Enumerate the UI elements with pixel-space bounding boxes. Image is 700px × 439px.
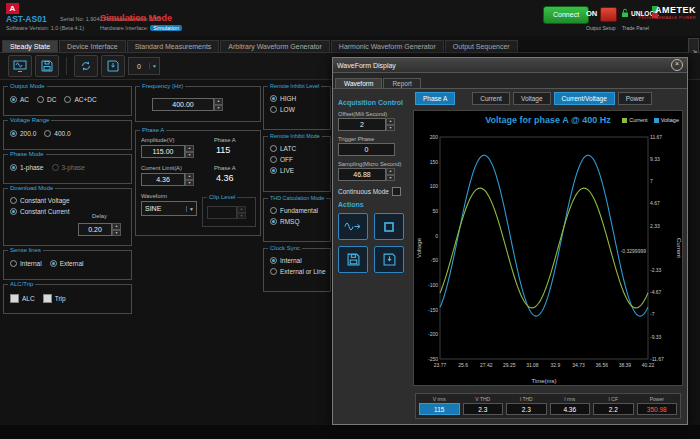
radio-3-phase[interactable]: 3-phase: [52, 164, 86, 171]
trigger-phase-value: 0: [338, 143, 395, 156]
radio-label: Internal: [280, 257, 302, 264]
monitor-waveform-icon: [13, 60, 27, 73]
output-on-label: ON: [586, 9, 597, 18]
radio-ac[interactable]: AC: [10, 96, 29, 103]
sampling-value: 46.88: [338, 168, 386, 181]
view-button-power[interactable]: Power: [618, 92, 652, 105]
radio-external-or-line[interactable]: External or Line: [270, 268, 326, 275]
trigger-phase-input[interactable]: 0: [338, 143, 412, 156]
toolbar-dropdown[interactable]: 0 ▼: [128, 57, 160, 75]
spinner-buttons[interactable]: ▲▼: [185, 173, 194, 186]
connect-button[interactable]: Connect: [543, 6, 589, 24]
measure-label: I THD: [506, 396, 547, 403]
group-title: Phase Mode: [8, 150, 46, 159]
view-button-phase-a[interactable]: Phase A: [415, 92, 455, 105]
group-title: Phase A: [140, 126, 166, 135]
radio-live[interactable]: LIVE: [270, 167, 296, 174]
radio-internal[interactable]: Internal: [10, 260, 42, 267]
radio-200-0[interactable]: 200.0: [10, 130, 36, 137]
sync-button[interactable]: [74, 55, 98, 77]
spinner-buttons[interactable]: ▲▼: [386, 118, 395, 131]
checkbox-trip[interactable]: Trip: [43, 294, 66, 303]
save-setup-button[interactable]: [35, 55, 59, 77]
svg-text:-2.33: -2.33: [650, 267, 662, 273]
tab-steady-state[interactable]: Steady State: [2, 40, 58, 52]
radio-low[interactable]: LOW: [270, 106, 296, 113]
radio-external[interactable]: External: [50, 260, 84, 267]
offset-input[interactable]: 2 ▲▼: [338, 118, 412, 131]
continuous-mode-label: Continuous Mode: [338, 188, 389, 195]
continuous-mode-toggle[interactable]: Continuous Mode: [338, 187, 412, 196]
save-waveform-button[interactable]: [338, 246, 368, 273]
radio-internal[interactable]: Internal: [270, 257, 326, 264]
svg-text:-250: -250: [428, 356, 438, 362]
radio-400-0[interactable]: 400.0: [44, 130, 70, 137]
continuous-mode-checkbox[interactable]: [392, 187, 401, 196]
spinner-buttons[interactable]: ▲▼: [214, 98, 223, 111]
spinner-buttons[interactable]: ▲▼: [185, 145, 194, 158]
view-button-current-voltage[interactable]: Current/Voltage: [554, 92, 615, 105]
radio-constant-voltage[interactable]: Constant Voltage: [10, 197, 70, 204]
current-limit-input[interactable]: 4.36 ▲▼: [141, 173, 194, 186]
chart-legend: CurrentVoltage: [622, 117, 679, 123]
output-on-button[interactable]: [600, 7, 617, 22]
radio-latc[interactable]: LATC: [270, 145, 296, 152]
radio-off[interactable]: OFF: [270, 156, 296, 163]
main-tab-bar: Steady StateDevice InterfaceStandard Mea…: [0, 36, 700, 53]
close-icon[interactable]: ×: [671, 59, 683, 71]
radio-label: External or Line: [280, 268, 326, 275]
window-tab-waveform[interactable]: Waveform: [335, 78, 382, 88]
measure-value: 2.3: [463, 403, 504, 415]
trigger-phase-label: Trigger Phase: [338, 136, 412, 142]
view-button-voltage[interactable]: Voltage: [513, 92, 551, 105]
actions-title: Actions: [338, 201, 412, 208]
acquire-waveform-button[interactable]: [338, 213, 368, 240]
tab-device-interface[interactable]: Device Interface: [59, 40, 126, 52]
hardware-interface-value: Simulation: [150, 25, 182, 31]
radio-label: HIGH: [280, 95, 296, 102]
amplitude-input[interactable]: 115.00 ▲▼: [141, 145, 194, 158]
save-disk-icon: [41, 60, 53, 72]
delay-value: 0.20: [78, 223, 112, 236]
checkbox-alc[interactable]: ALC: [10, 294, 35, 303]
tab-arbitrary-waveform-generator[interactable]: Arbitrary Waveform Generator: [220, 40, 330, 52]
radio-1-phase[interactable]: 1-phase: [10, 164, 44, 171]
delay-input[interactable]: 0.20 ▲▼: [78, 223, 121, 236]
tab-output-sequencer[interactable]: Output Sequencer: [445, 40, 518, 52]
group-clock-sync: Clock Sync InternalExternal or Line: [263, 248, 331, 292]
radio-high[interactable]: HIGH: [270, 95, 296, 102]
export-button[interactable]: [101, 55, 125, 77]
radio-ac-dc[interactable]: AC+DC: [64, 96, 96, 103]
waveform-monitor-button[interactable]: [8, 55, 32, 77]
radio-rmsq[interactable]: RMSQ: [270, 218, 318, 225]
radio-fundamental[interactable]: Fundamental: [270, 207, 318, 214]
measure-v-thd: V THD2.3: [463, 396, 504, 416]
svg-text:36.56: 36.56: [595, 362, 608, 368]
measure-value: 2.2: [593, 403, 634, 415]
stop-button[interactable]: [374, 213, 404, 240]
spinner-buttons[interactable]: ▲▼: [386, 168, 395, 181]
tab-harmonic-waveform-generator[interactable]: Harmonic Waveform Generator: [331, 40, 444, 52]
group-title: Download Mode: [8, 184, 55, 193]
amplitude-label: Amplitude(V): [141, 137, 175, 143]
tab-standard-measurements[interactable]: Standard Measurements: [127, 40, 220, 52]
spinner-buttons[interactable]: ▲▼: [112, 223, 121, 236]
svg-text:-7: -7: [650, 311, 655, 317]
waveform-select[interactable]: SINE ▼: [141, 201, 197, 216]
group-title: Voltage Range: [8, 116, 51, 125]
radio-dc[interactable]: DC: [37, 96, 56, 103]
sampling-input[interactable]: 46.88 ▲▼: [338, 168, 412, 181]
svg-text:-50: -50: [431, 257, 438, 263]
svg-text:31.08: 31.08: [526, 362, 539, 368]
view-button-current[interactable]: Current: [472, 92, 510, 105]
measure-i-thd: I THD2.3: [506, 396, 547, 416]
radio-label: 400.0: [54, 130, 70, 137]
radio-constant-current[interactable]: Constant Current: [10, 208, 70, 215]
save-report-button[interactable]: [374, 246, 404, 273]
window-tab-report[interactable]: Report: [383, 78, 421, 88]
frequency-input[interactable]: 400.00 ▲▼: [152, 98, 223, 111]
measure-label: V rms: [419, 396, 460, 403]
window-title-bar[interactable]: WaveForm Display ×: [333, 58, 687, 73]
svg-text:200: 200: [430, 134, 439, 140]
svg-text:-150: -150: [428, 307, 438, 313]
